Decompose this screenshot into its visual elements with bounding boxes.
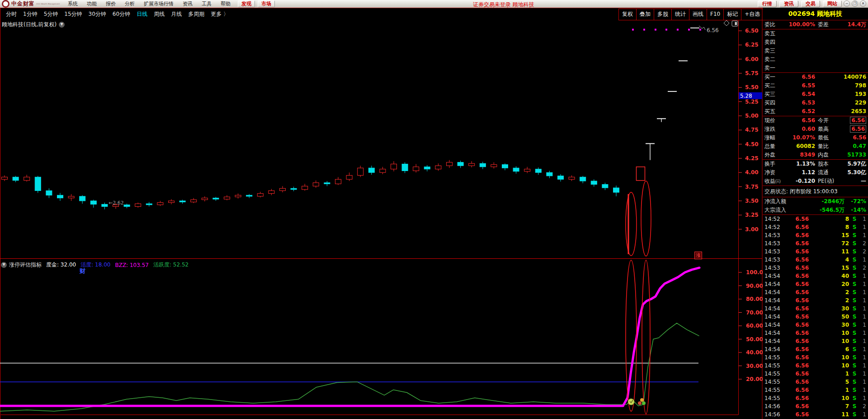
restore-button[interactable]: ❐	[852, 0, 858, 7]
tick-trade-list[interactable]: 14:526.568S114:526.568S114:536.5615S114:…	[763, 214, 868, 417]
tick-count: 1	[860, 362, 866, 370]
level-label: 买三	[764, 90, 782, 99]
tick-volume: 7	[809, 402, 849, 410]
candle-body	[469, 163, 475, 166]
candle-body	[569, 177, 575, 179]
sell-levels: 卖五卖四卖三卖二卖一	[763, 29, 868, 72]
level-label: 卖五	[764, 29, 782, 38]
tick-time: 14:52	[764, 215, 783, 223]
diamond-tool-icon[interactable]	[724, 20, 729, 26]
tick-row: 14:566.567S2	[763, 402, 868, 410]
weicha-value: 14.4万	[834, 20, 866, 29]
info-value: 0.47	[839, 142, 866, 151]
flow-amount: -2846万	[797, 197, 844, 206]
tick-row: 14:546.562S1	[763, 288, 868, 296]
tick-time: 14:54	[764, 345, 783, 353]
candle-body	[602, 185, 608, 188]
tick-price: 6.56	[783, 288, 809, 296]
candle-body	[246, 195, 252, 196]
candle-body	[502, 165, 508, 168]
tick-volume: 50	[809, 313, 849, 321]
candle-body	[491, 165, 497, 167]
tick-volume: 15	[809, 231, 849, 239]
tick-count: 2	[860, 402, 866, 410]
info-value: —	[839, 177, 866, 186]
level-label: 买一	[764, 73, 782, 81]
signal-ellipse	[626, 260, 637, 411]
candle-body	[235, 195, 241, 197]
money-flow: 净流入额-2846万-72%大宗流入-546.5万-14%	[763, 197, 868, 214]
nav-button-交易[interactable]: 交易	[801, 0, 820, 7]
tick-volume: 2	[809, 288, 849, 296]
tick-row: 14:536.5672S2	[763, 239, 868, 248]
nav-button-资讯[interactable]: 资讯	[779, 0, 798, 7]
nav-button-网站[interactable]: 网站	[823, 0, 842, 7]
tick-time: 14:55	[764, 362, 783, 370]
tick-time: 14:54	[764, 296, 783, 305]
tick-price: 6.56	[783, 248, 809, 256]
tick-price: 6.56	[783, 215, 809, 223]
price-axis-label: 5.25	[745, 99, 759, 105]
candle-body	[346, 176, 352, 180]
order-book-buy-row: 买四6.53229	[763, 99, 868, 107]
tick-price: 6.56	[783, 239, 809, 248]
tick-time: 14:53	[764, 239, 783, 248]
candle-body	[124, 205, 130, 207]
level-price: 6.52	[782, 107, 815, 116]
flow-label: 净流入额	[764, 197, 797, 206]
tick-time: 14:54	[764, 280, 783, 288]
candle-body	[558, 176, 564, 180]
tick-count: 1	[860, 410, 866, 417]
info-label: PE(动)	[818, 177, 839, 186]
candle-body	[157, 203, 163, 205]
candle-body	[547, 172, 552, 176]
minimize-button[interactable]: −	[844, 0, 850, 7]
trade-status-label: 交易状态:	[764, 188, 788, 195]
tick-row: 14:536.5615S2	[763, 264, 868, 272]
close-button[interactable]: ✕	[860, 0, 866, 7]
weibi-label: 委比	[764, 20, 782, 29]
fundamental-info: 换手1.13%股本5.97亿净资1.12流通5.30亿收益㈢-0.120PE(动…	[763, 159, 868, 186]
candle-body	[580, 177, 586, 181]
tick-count: 1	[860, 370, 866, 378]
level-volume	[815, 47, 866, 55]
indicator-axis-label: 50.00	[746, 336, 763, 343]
level-volume: 798	[815, 81, 866, 90]
info-value: 5.30亿	[839, 168, 866, 177]
tick-row: 14:536.5615S1	[763, 231, 868, 239]
tick-volume: 8	[809, 215, 849, 223]
indicator-axis-label: 20.00	[746, 376, 763, 382]
tick-time: 14:56	[764, 402, 783, 410]
tick-row: 14:546.5630S1	[763, 305, 868, 313]
candle-body	[269, 190, 274, 193]
tick-volume: 10	[809, 394, 849, 402]
chevron-down-icon[interactable]: ▼	[59, 22, 65, 28]
tick-time: 14:54	[764, 329, 783, 337]
candle-body	[380, 169, 386, 173]
tick-volume: 1	[809, 386, 849, 394]
money-flow-row: 大宗流入-546.5万-14%	[763, 206, 868, 214]
info-label: 最高	[818, 125, 839, 133]
tick-count: 1	[860, 223, 866, 231]
tick-count: 2	[860, 248, 866, 256]
tick-side: S	[849, 313, 860, 321]
candle-body	[335, 179, 341, 184]
indicator-header-text: 活跃度: 52.52	[153, 261, 189, 269]
order-book-sell-row: 卖二	[763, 55, 868, 64]
tick-price: 6.56	[783, 362, 809, 370]
tick-side: S	[849, 256, 860, 264]
tick-price: 6.56	[783, 394, 809, 402]
tick-count: 1	[860, 231, 866, 239]
tick-time: 14:53	[764, 256, 783, 264]
tick-price: 6.56	[783, 410, 809, 417]
tick-price: 6.56	[783, 337, 809, 345]
info-value: 6.56	[839, 116, 866, 125]
signal-ellipse	[626, 192, 637, 256]
candle-body	[391, 164, 397, 169]
candle-body	[458, 162, 463, 166]
price-axis-label: 6.25	[745, 42, 759, 48]
order-book-buy-row: 买一6.56140076	[763, 73, 868, 81]
split-view-icon-fill[interactable]	[735, 22, 737, 25]
chevron-down-icon[interactable]: ▼	[1, 262, 7, 268]
tick-price: 6.56	[783, 272, 809, 280]
